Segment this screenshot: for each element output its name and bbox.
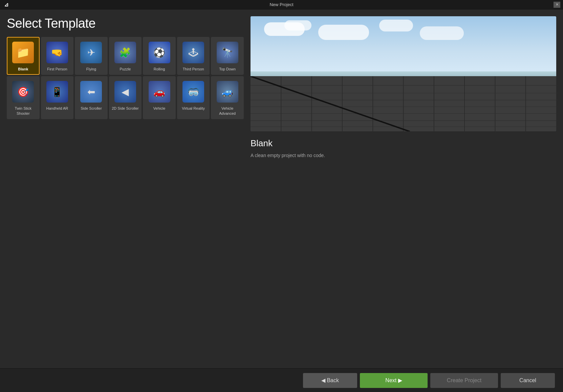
- preview-cloud-5: [420, 26, 464, 40]
- template-label-topdown: Top Down: [219, 67, 236, 71]
- template-icon-vehicleadv: 🚙: [215, 80, 240, 104]
- template-item-blank[interactable]: 📁 Blank: [7, 37, 40, 75]
- main-content: Select Template 📁 Blank 🤜 First Person ✈: [0, 9, 563, 368]
- next-button[interactable]: Next ▶: [360, 373, 428, 388]
- template-item-rolling[interactable]: ⚽ Rolling: [143, 37, 176, 75]
- page-title: Select Template: [7, 16, 244, 31]
- template-label-handheld: Handheld AR: [46, 106, 68, 111]
- template-icon-twinstick: 🎯: [11, 80, 35, 104]
- template-label-vr: Virtual Reality: [182, 106, 205, 111]
- template-item-vr[interactable]: 🥽 Virtual Reality: [177, 76, 210, 119]
- close-button[interactable]: ✕: [554, 2, 560, 8]
- back-button[interactable]: ◀ Back: [303, 373, 357, 388]
- template-icon-firstperson: 🤜: [45, 40, 69, 65]
- template-item-vehicle[interactable]: 🚗 Vehicle: [143, 76, 176, 119]
- preview-ground-area: [251, 76, 556, 131]
- selected-template-description: A clean empty project with no code.: [251, 152, 556, 159]
- template-item-handheld[interactable]: 📱 Handheld AR: [41, 76, 74, 119]
- preview-cloud-4: [379, 20, 413, 31]
- template-icon-blank: 📁: [11, 40, 35, 65]
- template-label-blank: Blank: [18, 67, 28, 71]
- preview-cloud-3: [318, 25, 369, 40]
- selected-template-name: Blank: [251, 138, 556, 149]
- template-item-vehicleadv[interactable]: 🚙 Vehicle Advanced: [211, 76, 244, 119]
- template-label-vehicleadv: Vehicle Advanced: [213, 106, 242, 116]
- titlebar: ⊿ New Project ✕: [0, 0, 563, 9]
- template-icon-rolling: ⚽: [147, 40, 172, 65]
- window-title: New Project: [269, 2, 293, 7]
- template-item-twinstick[interactable]: 🎯 Twin Stick Shooter: [7, 76, 40, 119]
- preview-cloud-2: [284, 20, 311, 30]
- template-icon-vehicle: 🚗: [147, 80, 172, 104]
- template-item-2dside[interactable]: ◀ 2D Side Scroller: [109, 76, 142, 119]
- template-grid-row1: 📁 Blank 🤜 First Person ✈ Flying 🧩: [7, 37, 244, 75]
- template-label-2dside: 2D Side Scroller: [112, 106, 138, 111]
- bottom-bar: ◀ Back Next ▶ Create Project Cancel: [0, 368, 563, 392]
- template-icon-handheld: 📱: [45, 80, 69, 104]
- template-icon-sidescroller: ⬅: [79, 80, 103, 104]
- template-icon-topdown: 🔭: [215, 40, 240, 65]
- template-preview-image: [251, 16, 556, 131]
- template-label-thirdperson: Third Person: [183, 67, 204, 71]
- left-panel: Select Template 📁 Blank 🤜 First Person ✈: [7, 16, 244, 365]
- app-logo: ⊿: [4, 1, 8, 8]
- template-label-vehicle: Vehicle: [153, 106, 165, 111]
- template-grid-row2: 🎯 Twin Stick Shooter 📱 Handheld AR ⬅ Sid…: [7, 76, 244, 119]
- template-item-puzzle[interactable]: 🧩 Puzzle: [109, 37, 142, 75]
- template-label-rolling: Rolling: [154, 67, 165, 71]
- template-label-puzzle: Puzzle: [120, 67, 131, 71]
- template-icon-puzzle: 🧩: [113, 40, 137, 65]
- template-item-sidescroller[interactable]: ⬅ Side Scroller: [75, 76, 108, 119]
- template-icon-flying: ✈: [79, 40, 103, 65]
- template-icon-2dside: ◀: [113, 80, 137, 104]
- create-project-button[interactable]: Create Project: [430, 373, 498, 388]
- template-label-twinstick: Twin Stick Shooter: [9, 106, 38, 116]
- template-item-topdown[interactable]: 🔭 Top Down: [211, 37, 244, 75]
- cancel-button[interactable]: Cancel: [501, 373, 555, 388]
- template-item-thirdperson[interactable]: 🕹 Third Person: [177, 37, 210, 75]
- template-item-flying[interactable]: ✈ Flying: [75, 37, 108, 75]
- template-label-flying: Flying: [86, 67, 96, 71]
- right-panel: Blank A clean empty project with no code…: [251, 16, 556, 365]
- template-label-sidescroller: Side Scroller: [81, 106, 102, 111]
- template-icon-thirdperson: 🕹: [181, 40, 205, 65]
- template-label-firstperson: First Person: [47, 67, 67, 71]
- template-item-firstperson[interactable]: 🤜 First Person: [41, 37, 74, 75]
- ground-grid-svg: [251, 76, 556, 131]
- template-icon-vr: 🥽: [181, 80, 205, 104]
